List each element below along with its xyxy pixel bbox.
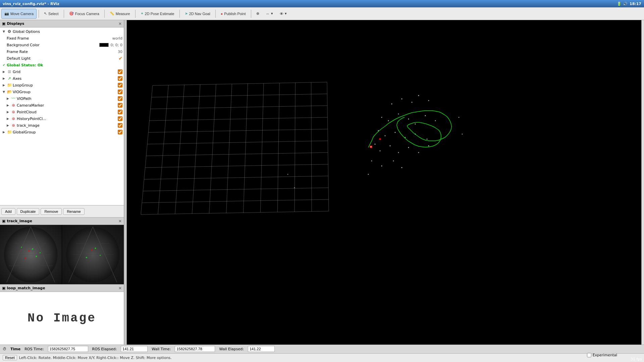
add-display-button[interactable]: Add: [1, 208, 15, 215]
background-color-value: 0; 0; 0: [111, 43, 122, 47]
displays-close-button[interactable]: ✕: [118, 21, 122, 26]
track-image-checkbox[interactable]: [118, 123, 122, 128]
wall-elapsed-input[interactable]: [248, 346, 275, 352]
color-swatch: [99, 43, 109, 47]
svg-point-19: [86, 257, 87, 258]
wall-elapsed-label: Wall Elapsed:: [219, 347, 244, 351]
move-camera-button[interactable]: 📷 Move Camera: [1, 9, 37, 19]
axes-arrow: ▶: [3, 77, 6, 80]
system-tray: 🔋 🔊 18:17: [614, 0, 644, 7]
displays-icon: ▣: [2, 21, 5, 26]
svg-point-11: [40, 252, 41, 253]
background-color-row[interactable]: Background Color 0; 0; 0: [0, 42, 124, 48]
select-icon: ↖: [44, 11, 47, 16]
track-image-close-button[interactable]: ✕: [118, 219, 122, 224]
loopgroup-row[interactable]: ▶ 📁 LoopGroup: [0, 82, 124, 88]
fixed-frame-value: world: [112, 36, 122, 41]
experimental-checkbox[interactable]: [587, 353, 591, 357]
time-row: ⏱ Time ROS Time: ROS Elapsed: Wall Time:…: [0, 345, 644, 354]
historypointcl-arrow: ▶: [7, 117, 10, 120]
svg-point-17: [91, 249, 92, 251]
grid-canvas: [127, 20, 641, 345]
ros-time-input[interactable]: [48, 346, 88, 352]
historypointcl-row[interactable]: ▶ ⊕ HistoryPointCl...: [0, 115, 124, 122]
track-image-panel: ▣ track_image ✕: [0, 217, 124, 284]
focus-icon: 🎯: [69, 11, 74, 16]
loopgroup-checkbox[interactable]: [118, 83, 122, 87]
viopath-checkbox[interactable]: [118, 96, 122, 101]
publish-point-button[interactable]: ● Publish Point: [218, 9, 249, 19]
historypointcl-checkbox[interactable]: [118, 116, 122, 121]
axes-label: Axes: [13, 76, 117, 81]
loop-match-title: loop_match_image: [7, 286, 45, 290]
cameramarker-checkbox[interactable]: [118, 103, 122, 108]
viopath-arrow: ▶: [7, 97, 10, 100]
reset-view-button[interactable]: Reset: [3, 355, 17, 360]
rename-display-button[interactable]: Rename: [63, 208, 85, 215]
tray-icons: 🔋 🔊: [617, 2, 628, 6]
camera-icon: 📷: [4, 11, 9, 16]
no-image-view: No Image: [0, 292, 124, 345]
cameramarker-icon: ⊕: [11, 103, 16, 108]
hint-text: Left-Click: Rotate. Middle-Click: Move X…: [19, 356, 172, 360]
viogroup-row[interactable]: ▼ 📂 VIOGroup: [0, 88, 124, 95]
displays-buttons: Add Duplicate Remove Rename: [0, 205, 124, 217]
extra-btn-3[interactable]: 👁 ▾: [277, 9, 290, 19]
resize-handle[interactable]: [124, 20, 127, 345]
grid-row[interactable]: ▶ ⊞ Grid: [0, 68, 124, 75]
grid-checkbox[interactable]: [118, 69, 122, 74]
globalgroup-row[interactable]: ▶ 📁 GlobalGroup: [0, 129, 124, 135]
pointcloud-checkbox[interactable]: [118, 110, 122, 114]
pose-estimate-button[interactable]: ✦ 2D Pose Estimate: [138, 9, 177, 19]
svg-point-6: [28, 250, 30, 251]
global-options-row[interactable]: ▼ ⚙ Global Options: [0, 28, 124, 35]
viopath-label: VIOPath: [17, 97, 117, 101]
select-button[interactable]: ↖ Select: [41, 9, 62, 19]
default-light-row[interactable]: Default Light ✔: [0, 55, 124, 62]
historypointcl-icon: ⊕: [11, 116, 16, 121]
point-icon: ●: [221, 12, 223, 16]
toolbar-separator-3: [104, 10, 105, 18]
frame-rate-row[interactable]: Frame Rate 30: [0, 48, 124, 55]
background-color-label: Background Color: [7, 43, 99, 47]
grid-label: Grid: [13, 70, 117, 74]
ros-elapsed-input[interactable]: [121, 346, 148, 352]
ruler-icon: 📏: [110, 11, 114, 16]
grid-arrow: ▶: [3, 70, 6, 73]
nav-goal-button[interactable]: ➤ 2D Nav Goal: [182, 9, 213, 19]
wall-time-input[interactable]: [175, 346, 215, 352]
pointcloud-label: PointCloud: [17, 110, 117, 114]
time-section-label: ⏱: [3, 347, 6, 351]
3d-viewport[interactable]: [127, 20, 641, 345]
global-status-arrow: ✔: [3, 63, 6, 67]
loop-match-close-button[interactable]: ✕: [118, 286, 122, 291]
viopath-row[interactable]: ▶ 〰 VIOPath: [0, 95, 124, 102]
pointcloud-row[interactable]: ▶ ⊕ PointCloud: [0, 109, 124, 115]
remove-display-button[interactable]: Remove: [41, 208, 62, 215]
focus-camera-button[interactable]: 🎯 Focus Camera: [66, 9, 102, 19]
fixed-frame-label: Fixed Frame: [7, 36, 112, 41]
track-image-label: track_image: [17, 123, 117, 128]
global-options-icon: ⚙: [7, 29, 12, 34]
cameramarker-row[interactable]: ▶ ⊕ CameraMarker: [0, 102, 124, 109]
left-panel: ▣ Displays ✕ ▼ ⚙ Global Options Fixed Fr…: [0, 20, 124, 345]
extra-btn-1[interactable]: ⊕: [253, 9, 262, 19]
duplicate-display-button[interactable]: Duplicate: [17, 208, 40, 215]
pointcloud-arrow: ▶: [7, 110, 10, 114]
fixed-frame-row[interactable]: Fixed Frame world: [0, 35, 124, 42]
loop-match-header: ▣ loop_match_image ✕: [0, 285, 124, 292]
global-status-label: Global Status: Ok: [7, 63, 122, 67]
extra-btn-2[interactable]: ↔ ▾: [263, 9, 276, 19]
cameramarker-label: CameraMarker: [17, 103, 117, 108]
axes-row[interactable]: ▶ ↗ Axes: [0, 75, 124, 82]
track-image-arrow: ▶: [7, 124, 10, 127]
measure-button[interactable]: 📏 Measure: [107, 9, 133, 19]
track-image-tree-row[interactable]: ▶ ⊕ track_image: [0, 122, 124, 129]
right-scrollbar[interactable]: [641, 20, 644, 345]
globalgroup-checkbox[interactable]: [118, 130, 122, 134]
viogroup-checkbox[interactable]: [118, 89, 122, 94]
axes-checkbox[interactable]: [118, 76, 122, 81]
svg-point-18: [95, 247, 96, 249]
global-status-row[interactable]: ✔ Global Status: Ok: [0, 62, 124, 68]
extra-icon-2: ↔: [266, 12, 270, 16]
